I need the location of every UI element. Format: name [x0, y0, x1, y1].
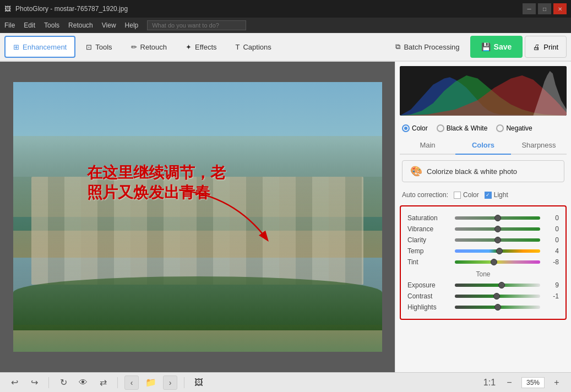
- vibrance-row: Vibrance 0: [407, 225, 559, 233]
- ratio-button[interactable]: 1:1: [482, 375, 497, 390]
- tint-value: -8: [543, 258, 559, 266]
- right-panel: Color Black & White Negative Main Colors…: [395, 62, 571, 372]
- tone-header: Tone: [407, 270, 559, 278]
- saturation-value: 0: [543, 214, 559, 222]
- auto-color-label: Color: [463, 191, 479, 199]
- menu-file[interactable]: File: [4, 21, 15, 29]
- maximize-button[interactable]: □: [538, 3, 551, 14]
- histogram: [400, 66, 567, 116]
- contrast-label: Contrast: [407, 292, 452, 300]
- redo-button[interactable]: ↪: [26, 375, 42, 390]
- tab-main[interactable]: Main: [400, 137, 455, 155]
- color-mode-group: Color Black & White Negative: [395, 120, 571, 137]
- retouch-button[interactable]: ✏ Retouch: [123, 36, 175, 58]
- exposure-label: Exposure: [407, 281, 452, 289]
- menu-tools[interactable]: Tools: [44, 21, 59, 29]
- zoom-in-button[interactable]: +: [549, 375, 564, 390]
- prev-button[interactable]: ‹: [124, 375, 139, 390]
- contrast-value: -1: [543, 292, 559, 300]
- vibrance-slider[interactable]: [455, 227, 540, 231]
- tint-thumb: [491, 259, 497, 265]
- main-area: 在这里继续调节，老 照片又焕发出青春: [0, 62, 571, 372]
- annotation-arrow: [168, 184, 278, 251]
- exposure-slider[interactable]: [455, 284, 540, 287]
- enhancement-icon: ⊞: [13, 43, 19, 51]
- tools-label: Tools: [95, 43, 112, 51]
- next-button[interactable]: ›: [163, 375, 177, 390]
- temp-label: Temp: [407, 247, 452, 255]
- captions-button[interactable]: T Captions: [227, 36, 280, 58]
- batch-label: Batch Processing: [404, 43, 459, 51]
- photo-button[interactable]: 🖼: [191, 375, 206, 390]
- adjustments-box: Saturation 0 Vibrance 0 Clarity: [400, 205, 567, 320]
- contrast-slider[interactable]: [455, 295, 540, 298]
- menu-retouch[interactable]: Retouch: [68, 21, 93, 29]
- temp-thumb: [496, 248, 503, 254]
- separator-2: [117, 377, 118, 388]
- clarity-slider[interactable]: [455, 238, 540, 242]
- auto-light-label: Light: [494, 191, 508, 199]
- save-button[interactable]: 💾 Save: [470, 36, 523, 58]
- minimize-button[interactable]: ─: [523, 3, 536, 14]
- rotate-button[interactable]: ↻: [56, 375, 71, 390]
- canvas-area[interactable]: 在这里继续调节，老 照片又焕发出青春: [0, 62, 395, 372]
- save-icon: 💾: [481, 42, 491, 51]
- undo-button[interactable]: ↩: [7, 375, 22, 390]
- saturation-slider[interactable]: [455, 216, 540, 220]
- highlights-slider[interactable]: [455, 306, 540, 309]
- saturation-label: Saturation: [407, 214, 452, 222]
- exposure-row: Exposure 9: [407, 281, 559, 289]
- menu-view[interactable]: View: [102, 21, 116, 29]
- flip-icon: ⇄: [100, 377, 107, 388]
- vibrance-label: Vibrance: [407, 225, 452, 233]
- menu-edit[interactable]: Edit: [24, 21, 35, 29]
- exposure-value: 9: [543, 281, 559, 289]
- highlights-thumb: [494, 304, 501, 311]
- exposure-thumb: [498, 282, 505, 288]
- tab-colors[interactable]: Colors: [455, 137, 511, 155]
- search-input[interactable]: [147, 20, 246, 30]
- tint-slider[interactable]: [455, 260, 540, 264]
- auto-correction: Auto correction: Color Light: [395, 188, 571, 202]
- zoom-out-button[interactable]: −: [502, 375, 517, 390]
- enhancement-button[interactable]: ⊞ Enhancement: [4, 36, 75, 58]
- temp-slider[interactable]: [455, 249, 540, 253]
- colorize-label: Colorize black & white photo: [427, 167, 517, 176]
- prev-icon: ‹: [130, 378, 133, 387]
- color-mode-bw[interactable]: Black & White: [437, 124, 488, 132]
- print-button[interactable]: 🖨 Print: [525, 36, 567, 58]
- color-checkbox-box: [454, 192, 461, 199]
- ratio-label: 1:1: [483, 378, 496, 388]
- color-mode-color[interactable]: Color: [402, 124, 428, 132]
- auto-light-checkbox[interactable]: Light: [485, 191, 508, 199]
- tools-icon: ⊡: [86, 43, 92, 51]
- bottombar: ↩ ↪ ↻ 👁 ⇄ ‹ 📁 › 🖼 1:1 − 35% +: [0, 372, 571, 392]
- colorize-button[interactable]: 🎨 Colorize black & white photo: [402, 160, 564, 182]
- close-button[interactable]: ✕: [553, 3, 567, 14]
- tools-button[interactable]: ⊡ Tools: [78, 36, 120, 58]
- preview-button[interactable]: 👁: [75, 375, 91, 390]
- batch-button[interactable]: ⧉ Batch Processing: [387, 36, 467, 58]
- color-mode-bw-label: Black & White: [447, 124, 488, 132]
- effects-button[interactable]: ✦ Effects: [177, 36, 225, 58]
- next-icon: ›: [169, 378, 172, 387]
- separator-1: [48, 377, 49, 388]
- batch-icon: ⧉: [395, 42, 400, 51]
- flip-button[interactable]: ⇄: [95, 375, 111, 390]
- enhancement-label: Enhancement: [23, 43, 67, 51]
- undo-icon: ↩: [11, 377, 18, 388]
- color-mode-negative[interactable]: Negative: [496, 124, 532, 132]
- tab-sharpness[interactable]: Sharpness: [511, 137, 567, 155]
- folder-button[interactable]: 📁: [143, 375, 159, 390]
- zoom-in-icon: +: [554, 378, 559, 388]
- auto-color-checkbox[interactable]: Color: [454, 191, 479, 199]
- menu-help[interactable]: Help: [125, 21, 139, 29]
- redo-icon: ↪: [31, 377, 38, 388]
- highlights-row: Highlights: [407, 303, 559, 311]
- folder-icon: 📁: [145, 377, 156, 388]
- effects-icon: ✦: [186, 43, 192, 51]
- separator-3: [184, 377, 184, 388]
- photo-container: 在这里继续调节，老 照片又焕发出青春: [13, 82, 382, 352]
- temp-row: Temp 4: [407, 247, 559, 255]
- retouch-label: Retouch: [140, 43, 167, 51]
